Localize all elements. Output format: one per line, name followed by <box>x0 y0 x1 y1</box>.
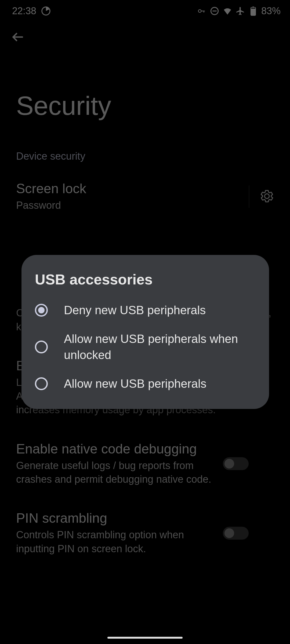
radio-icon <box>35 341 48 353</box>
usb-accessories-dialog: USB accessories Deny new USB peripherals… <box>21 255 269 409</box>
home-indicator[interactable] <box>107 637 183 639</box>
radio-option-deny[interactable]: Deny new USB peripherals <box>21 296 269 324</box>
radio-icon <box>35 304 48 317</box>
radio-label: Allow new USB peripherals <box>64 376 206 391</box>
radio-option-allow-unlocked[interactable]: Allow new USB peripherals when unlocked <box>21 324 269 369</box>
radio-icon <box>35 377 48 390</box>
radio-option-allow[interactable]: Allow new USB peripherals <box>21 369 269 398</box>
dialog-title: USB accessories <box>21 271 269 296</box>
radio-label: Deny new USB peripherals <box>64 302 206 318</box>
radio-label: Allow new USB peripherals when unlocked <box>64 331 256 363</box>
